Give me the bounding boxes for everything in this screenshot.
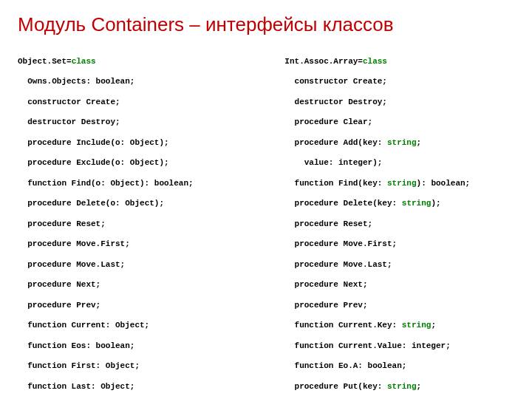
code-text: Create;	[348, 77, 387, 86]
slide: Модуль Containers – интерфейсы классов O…	[0, 0, 532, 399]
code-text: procedure	[295, 219, 338, 228]
code-text: procedure	[27, 138, 71, 147]
code-text: Object.Set=	[18, 57, 72, 66]
string-type: string	[387, 179, 417, 188]
int-assoc-array-code: Int.Assoc.Array=class constructor Create…	[284, 47, 514, 399]
string-type: string	[402, 321, 432, 330]
code-text: ;	[431, 321, 436, 330]
code-text: function	[295, 361, 334, 370]
code-text: constructor	[27, 98, 81, 106]
code-text: Prev;	[72, 301, 101, 310]
code-text: Include(o: Object);	[72, 138, 169, 147]
code-text: Put(key:	[338, 382, 387, 391]
code-text: Current.Key:	[333, 321, 401, 330]
code-text: boolean;	[96, 77, 135, 86]
object-set-code: Object.Set=class Owns.Objects: boolean; …	[18, 47, 271, 399]
code-text: Next;	[338, 280, 368, 289]
code-text: Add(key:	[338, 138, 387, 147]
code-text: function	[27, 321, 66, 330]
code-text: Int.Assoc.Array=	[284, 57, 363, 66]
code-text: procedure	[295, 280, 338, 289]
code-text: procedure	[27, 199, 71, 208]
code-text: constructor	[295, 77, 349, 86]
code-text: function	[27, 179, 66, 188]
code-text: Find(o: Object): boolean;	[66, 179, 194, 188]
code-text: function	[27, 361, 66, 370]
code-text: function	[27, 382, 66, 391]
code-text: procedure	[295, 138, 338, 147]
code-text: destructor	[27, 117, 76, 126]
code-text: Move.Last;	[72, 260, 126, 269]
code-text: procedure	[295, 301, 338, 310]
code-text: Destroy;	[344, 98, 387, 106]
code-text: );	[431, 199, 440, 208]
code-text: procedure	[27, 239, 71, 248]
code-text: Move.Last;	[338, 260, 392, 269]
string-type: string	[402, 199, 432, 208]
code-text: value: integer);	[304, 158, 383, 167]
code-text: function	[27, 341, 66, 350]
code-text: Owns.Objects:	[27, 77, 95, 86]
code-text: procedure	[27, 219, 71, 228]
code-text: ;	[417, 382, 422, 391]
code-text: procedure	[295, 239, 338, 248]
code-text: destructor	[295, 98, 344, 106]
code-text: Move.First;	[72, 239, 130, 248]
code-text: Reset;	[72, 219, 106, 228]
code-text: procedure	[295, 382, 338, 391]
code-columns: Object.Set=class Owns.Objects: boolean; …	[18, 47, 514, 399]
code-text: procedure	[295, 117, 338, 126]
code-text: Current.Value: integer;	[333, 341, 450, 350]
code-text: procedure	[295, 260, 338, 269]
code-text: procedure	[27, 158, 71, 167]
code-text: Destroy;	[76, 117, 120, 126]
code-text: Eos: boolean;	[66, 341, 134, 350]
code-text: Clear;	[338, 117, 372, 126]
code-text: procedure	[295, 199, 338, 208]
code-text: Next;	[72, 280, 101, 289]
code-text: function	[295, 179, 334, 188]
code-text: Reset;	[338, 219, 372, 228]
code-text: procedure	[27, 260, 71, 269]
code-text: Find(key:	[333, 179, 387, 188]
code-text: ): boolean;	[417, 179, 471, 188]
code-text: Prev;	[338, 301, 368, 310]
code-text: Exclude(o: Object);	[72, 158, 169, 167]
code-text: Delete(o: Object);	[72, 199, 164, 208]
slide-title: Модуль Containers – интерфейсы классов	[18, 13, 514, 36]
code-text: function	[295, 321, 334, 330]
code-text: Delete(key:	[338, 199, 402, 208]
class-keyword: class	[363, 57, 387, 66]
code-text: Eo.A: boolean;	[333, 361, 406, 370]
code-text: Move.First;	[338, 239, 397, 248]
code-text: Current: Object;	[66, 321, 149, 330]
code-text: First: Object;	[66, 361, 140, 370]
code-text: Create;	[81, 98, 120, 106]
class-keyword: class	[72, 57, 96, 66]
code-text: Last: Object;	[66, 382, 134, 391]
code-text: function	[295, 341, 334, 350]
code-text: ;	[417, 138, 422, 147]
string-type: string	[387, 138, 417, 147]
code-text: procedure	[27, 280, 71, 289]
string-type: string	[387, 382, 417, 391]
code-text: procedure	[27, 301, 71, 310]
